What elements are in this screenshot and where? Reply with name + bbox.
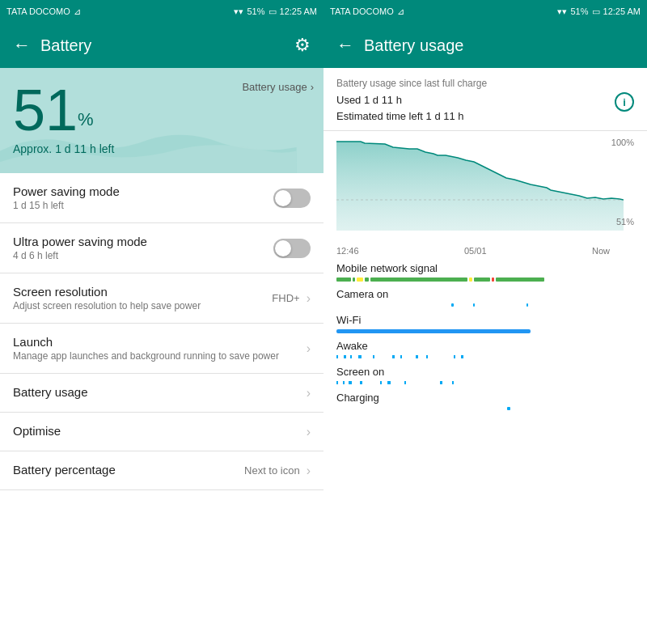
awake-label: Awake bbox=[336, 340, 634, 352]
optimise-title: Optimise bbox=[13, 424, 307, 438]
usage-info-row: Used 1 d 11 h Estimated time left 1 d 11… bbox=[336, 92, 634, 124]
used-time: Used 1 d 11 h bbox=[336, 92, 464, 108]
settings-item-screen-resolution[interactable]: Screen resolution Adjust screen resoluti… bbox=[0, 273, 324, 324]
activity-camera: Camera on bbox=[336, 288, 634, 307]
info-icon-button[interactable]: i bbox=[615, 92, 634, 112]
battery-usage-chevron: › bbox=[311, 81, 314, 93]
ultra-power-title: Ultra power saving mode bbox=[13, 235, 273, 248]
ultra-power-toggle[interactable] bbox=[273, 239, 311, 258]
left-time: 12:25 AM bbox=[280, 6, 317, 16]
battery-percent-display: 51% bbox=[13, 81, 311, 139]
chart-time-start: 12:46 bbox=[336, 246, 359, 256]
left-header-title: Battery bbox=[40, 36, 285, 55]
battery-usage-title: Battery usage bbox=[13, 385, 307, 399]
mobile-network-label: Mobile network signal bbox=[336, 262, 634, 274]
camera-label: Camera on bbox=[336, 288, 634, 300]
activity-section: Mobile network signal Camera on bbox=[324, 262, 647, 644]
battery-pct-value: Next to icon bbox=[244, 464, 300, 477]
wifi-label: Wi-Fi bbox=[336, 314, 634, 326]
activity-mobile-network: Mobile network signal bbox=[336, 262, 634, 282]
battery-approx: Approx. 1 d 11 h left bbox=[13, 142, 311, 155]
screen-label: Screen on bbox=[336, 366, 634, 378]
usage-info-section: Battery usage since last full charge Use… bbox=[324, 68, 647, 131]
charging-label: Charging bbox=[336, 392, 634, 404]
activity-charging: Charging bbox=[336, 392, 634, 411]
right-time: 12:25 AM bbox=[603, 6, 641, 16]
screen-res-title: Screen resolution bbox=[13, 285, 272, 299]
activity-screen: Screen on bbox=[336, 366, 634, 385]
launch-chevron: › bbox=[307, 341, 311, 356]
settings-item-battery-usage[interactable]: Battery usage › bbox=[0, 374, 324, 413]
settings-item-optimise[interactable]: Optimise › bbox=[0, 413, 324, 451]
left-battery-status: ▭ bbox=[269, 6, 277, 17]
activity-wifi: Wi-Fi bbox=[336, 314, 634, 333]
left-header: ← Battery ⚙ bbox=[0, 23, 324, 68]
left-signal-icon: ⊿ bbox=[74, 6, 81, 17]
settings-item-battery-percentage[interactable]: Battery percentage Next to icon › bbox=[0, 451, 324, 490]
right-carrier: TATA DOCOMO bbox=[330, 6, 394, 16]
right-header-title: Battery usage bbox=[364, 36, 634, 55]
battery-chart-svg bbox=[336, 138, 624, 235]
chart-time-mid: 05/01 bbox=[464, 246, 487, 256]
right-back-button[interactable]: ← bbox=[336, 35, 354, 56]
screen-res-subtitle: Adjust screen resolution to help save po… bbox=[13, 300, 272, 311]
right-battery-status: ▭ bbox=[592, 6, 600, 17]
estimated-time: Estimated time left 1 d 11 h bbox=[336, 108, 464, 125]
optimise-chevron: › bbox=[307, 425, 311, 439]
left-bars: 51% bbox=[247, 6, 264, 16]
right-status-bar: TATA DOCOMO ⊿ ▾▾ 51% ▭ 12:25 AM bbox=[324, 0, 647, 23]
left-status-bar-left: TATA DOCOMO ⊿ bbox=[6, 6, 81, 17]
right-bars: 51% bbox=[570, 6, 588, 16]
left-carrier: TATA DOCOMO bbox=[6, 6, 70, 16]
chart-51-label: 51% bbox=[616, 217, 634, 227]
right-header: ← Battery usage bbox=[324, 23, 647, 68]
power-saving-subtitle: 1 d 15 h left bbox=[13, 200, 273, 211]
launch-title: Launch bbox=[13, 335, 307, 349]
ultra-power-subtitle: 4 d 6 h left bbox=[13, 250, 273, 261]
settings-item-launch[interactable]: Launch Manage app launches and backgroun… bbox=[0, 324, 324, 374]
battery-pct-chevron: › bbox=[307, 464, 311, 478]
right-signal-icon: ⊿ bbox=[397, 6, 404, 17]
settings-list: Power saving mode 1 d 15 h left Ultra po… bbox=[0, 173, 324, 644]
left-wifi-icon: ▾▾ bbox=[234, 6, 243, 17]
right-status-bar-left: TATA DOCOMO ⊿ bbox=[330, 6, 404, 17]
battery-usage-list-chevron: › bbox=[307, 386, 311, 400]
left-status-bar-right: ▾▾ 51% ▭ 12:25 AM bbox=[234, 6, 317, 17]
right-wifi-icon: ▾▾ bbox=[557, 6, 567, 17]
chart-section: 100% 51% 12:46 05/01 Now bbox=[324, 131, 647, 262]
launch-subtitle: Manage app launches and background runni… bbox=[13, 350, 307, 362]
battery-pct-title: Battery percentage bbox=[13, 463, 244, 477]
left-status-bar: TATA DOCOMO ⊿ ▾▾ 51% ▭ 12:25 AM bbox=[0, 0, 324, 23]
usage-since-label: Battery usage since last full charge bbox=[336, 78, 634, 89]
chart-time-end: Now bbox=[592, 246, 610, 256]
left-panel: TATA DOCOMO ⊿ ▾▾ 51% ▭ 12:25 AM ← Batter… bbox=[0, 0, 324, 644]
left-settings-icon[interactable]: ⚙ bbox=[294, 35, 311, 56]
settings-item-power-saving[interactable]: Power saving mode 1 d 15 h left bbox=[0, 173, 324, 223]
battery-level-section: Battery usage › 51% Approx. 1 d 11 h lef… bbox=[0, 68, 324, 173]
right-panel: TATA DOCOMO ⊿ ▾▾ 51% ▭ 12:25 AM ← Batter… bbox=[324, 0, 647, 644]
battery-chart: 100% 51% bbox=[336, 138, 634, 243]
screen-res-chevron: › bbox=[307, 291, 311, 306]
screen-res-value: FHD+ bbox=[272, 292, 299, 304]
power-saving-title: Power saving mode bbox=[13, 184, 273, 198]
settings-item-ultra-power[interactable]: Ultra power saving mode 4 d 6 h left bbox=[0, 223, 324, 273]
chart-time-row: 12:46 05/01 Now bbox=[336, 246, 634, 262]
left-back-button[interactable]: ← bbox=[13, 35, 31, 56]
activity-awake: Awake bbox=[336, 340, 634, 359]
power-saving-toggle[interactable] bbox=[273, 189, 311, 208]
right-status-bar-right: ▾▾ 51% ▭ 12:25 AM bbox=[557, 6, 641, 17]
